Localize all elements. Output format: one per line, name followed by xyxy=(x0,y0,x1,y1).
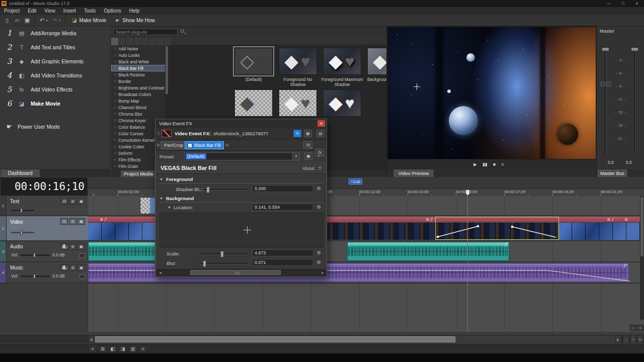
close-button[interactable]: × xyxy=(630,0,644,7)
favorite-star-icon[interactable] xyxy=(113,151,117,155)
timeline-horizontal-scrollbar[interactable]: ◄ ► − + ▭ xyxy=(0,335,644,343)
track-mute-button[interactable]: ⊘ xyxy=(69,198,76,205)
tab-video-preview[interactable]: Video Preview xyxy=(393,169,434,177)
favorite-star-icon[interactable] xyxy=(113,144,117,149)
scrollbar-thumb[interactable] xyxy=(190,270,281,275)
chain-list-button[interactable]: ≡ xyxy=(293,130,301,137)
about-link[interactable]: About xyxy=(302,166,314,171)
pause-button[interactable]: ▮▮ xyxy=(482,162,488,167)
favorite-star-icon[interactable] xyxy=(113,92,117,97)
favorite-star-icon[interactable] xyxy=(113,53,117,57)
preset-item[interactable]: ◇ ♥ (Default) xyxy=(231,48,276,82)
track-level-slider[interactable] xyxy=(11,210,34,211)
zoom-in-button[interactable]: + xyxy=(637,325,643,331)
dialog-close-button[interactable]: × xyxy=(317,120,325,127)
track-fx-button[interactable]: fx xyxy=(60,218,68,225)
favorite-star-icon[interactable] xyxy=(113,99,117,103)
dialog-title-bar[interactable]: Video Event FX × xyxy=(155,119,327,128)
preset-thumbnail[interactable]: ◆ ♥ xyxy=(323,89,361,117)
favorite-star-icon[interactable] xyxy=(113,66,117,70)
animate-button[interactable]: ⊕ xyxy=(315,249,322,256)
favorite-star-icon[interactable] xyxy=(113,105,117,110)
timeline-marker-badge[interactable]: +3.00 xyxy=(349,178,362,185)
favorite-star-icon[interactable] xyxy=(113,125,117,129)
tools-menu-button[interactable]: ≡ xyxy=(139,345,147,353)
text-event-clip[interactable] xyxy=(140,197,156,214)
blur-value[interactable]: 0.071 xyxy=(252,259,313,266)
bus-assign-button[interactable] xyxy=(606,81,611,86)
scroll-left-icon[interactable]: ◄ xyxy=(158,271,162,275)
wizard-step[interactable]: 4 ◧ Add Video Transitions xyxy=(0,68,110,82)
split-button[interactable]: ▥ xyxy=(129,345,137,353)
section-background[interactable]: ▼ Background xyxy=(159,195,323,203)
add-fx-button[interactable]: fx+ xyxy=(303,141,312,149)
track-solo-button[interactable]: ◉ xyxy=(77,198,85,205)
collapse-icon[interactable]: ▼ xyxy=(159,177,163,181)
scroll-right-button[interactable]: ► xyxy=(615,335,621,343)
event-fx-icon[interactable]: ⊞ƒ xyxy=(607,218,613,222)
favorite-star-icon[interactable] xyxy=(113,118,117,123)
timecode-display[interactable]: 00:00:16;10 xyxy=(0,177,88,196)
favorite-star-icon[interactable] xyxy=(113,79,117,83)
track-number[interactable]: 1 xyxy=(0,196,7,215)
plugin-list-item[interactable]: Black Restore xyxy=(111,71,168,78)
search-input[interactable] xyxy=(113,29,178,35)
plugin-list-item[interactable]: Auto Looks xyxy=(111,52,168,58)
new-project-button[interactable]: ▯ xyxy=(3,16,12,25)
favorite-star-icon[interactable] xyxy=(113,138,117,142)
open-project-button[interactable]: ▱ xyxy=(13,16,22,25)
scale-slider[interactable] xyxy=(199,253,247,255)
timeline-vertical-scrollbar[interactable] xyxy=(640,196,644,320)
favorite-star-icon[interactable] xyxy=(113,112,117,116)
wizard-step[interactable]: 1 ▤ Add/Arrange Media xyxy=(0,26,110,40)
shadow-blur-slider[interactable] xyxy=(199,189,247,191)
stop-button[interactable]: ■ xyxy=(493,162,496,167)
search-icon[interactable] xyxy=(181,29,184,33)
master-meter-track[interactable] xyxy=(634,48,635,155)
menu-item[interactable]: View xyxy=(40,7,59,15)
fx-chain-plugin-chip[interactable]: ✓ Black Bar Fill xyxy=(185,141,224,149)
plugin-category-tab[interactable] xyxy=(149,38,156,45)
redo-button[interactable]: ↷ xyxy=(50,16,59,25)
save-project-button[interactable]: ▣ xyxy=(23,16,32,25)
undo-dropdown-icon[interactable]: ▾ xyxy=(46,19,50,23)
preset-dropdown[interactable]: (Default) ▾ xyxy=(184,152,300,160)
event-fx-icon[interactable]: ƒ xyxy=(505,242,507,246)
section-foreground[interactable]: ▼ Foreground xyxy=(159,175,323,184)
master-fader-handle[interactable] xyxy=(602,47,609,51)
scroll-right-icon[interactable]: ► xyxy=(321,271,325,275)
plugin-category-tab[interactable] xyxy=(141,38,149,45)
plugin-list-item[interactable]: Black and White xyxy=(111,58,168,65)
menu-item[interactable]: Insert xyxy=(59,7,80,15)
track-level-slider[interactable] xyxy=(11,232,34,233)
event-fx-icon[interactable]: ⊞ƒ xyxy=(426,218,432,222)
plugin-list-item[interactable]: Add Noise xyxy=(111,45,168,52)
delete-preset-button[interactable]: × xyxy=(317,153,320,158)
snap-toggle-button[interactable]: ⊞ xyxy=(99,345,107,353)
minimize-button[interactable]: ─ xyxy=(602,0,616,7)
favorite-star-icon[interactable] xyxy=(113,46,117,51)
plugin-category-tab[interactable] xyxy=(156,38,164,45)
event-fx-icon[interactable]: fx xyxy=(624,218,628,222)
zoom-tool-button[interactable]: ▭ xyxy=(637,335,643,343)
scroll-left-button[interactable]: ◄ xyxy=(88,335,95,343)
preset-item[interactable]: ◆ xyxy=(231,89,276,117)
make-movie-button[interactable]: ◪ Make Movie xyxy=(67,16,111,26)
plugin-list-item[interactable]: Channel Blend xyxy=(111,104,168,111)
audio-event-clip[interactable]: ƒ xyxy=(347,242,509,261)
trim-end-button[interactable]: ◨ xyxy=(119,345,127,353)
favorite-star-icon[interactable] xyxy=(113,131,117,136)
show-me-how-button[interactable]: ☛ Show Me How xyxy=(111,16,159,26)
preset-thumbnail[interactable]: ◆ ♥ xyxy=(323,48,361,75)
menu-item[interactable]: Options xyxy=(100,7,125,15)
wizard-step[interactable]: 2 T Add Text and Titles xyxy=(0,40,110,54)
tab-project-media[interactable]: Project Media xyxy=(120,170,156,177)
preset-thumbnail[interactable]: ◆ ♥ xyxy=(279,89,317,117)
track-solo-button[interactable]: ◉ xyxy=(77,243,85,250)
menu-item[interactable]: Edit xyxy=(24,7,40,15)
track-mute-button[interactable]: ⊘ xyxy=(69,243,76,250)
scrollbar-thumb[interactable] xyxy=(95,336,455,342)
location-xy-pad[interactable] xyxy=(159,213,324,248)
restore-button[interactable]: □ xyxy=(616,0,630,7)
event-fx-icon[interactable]: ⊞ƒ xyxy=(100,218,106,222)
